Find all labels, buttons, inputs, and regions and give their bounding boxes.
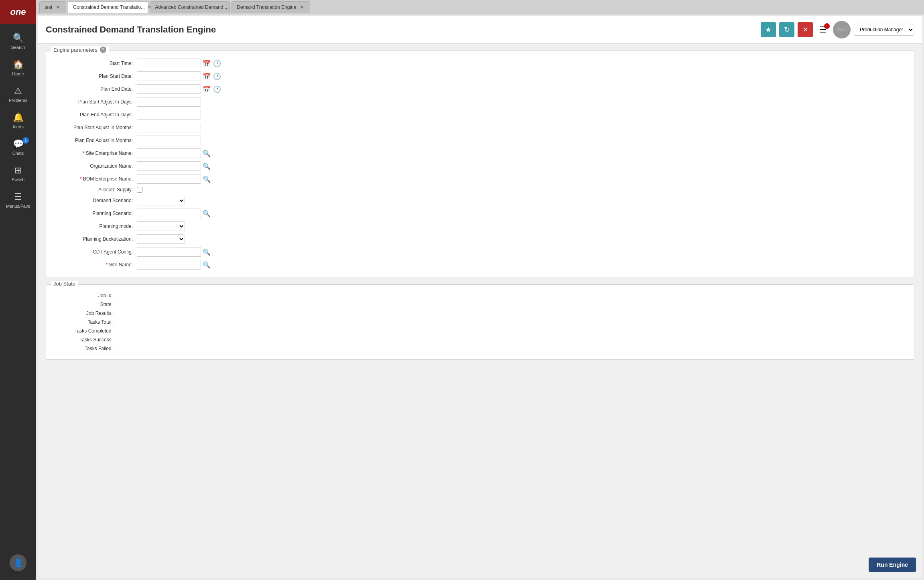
- sidebar-item-problems[interactable]: ⚠ Problems: [0, 81, 36, 107]
- user-avatar[interactable]: Prof: [833, 21, 851, 39]
- bom-enterprise-name-search-btn[interactable]: 🔍: [202, 175, 211, 183]
- content-area: Constrained Demand Translation Engine ★ …: [38, 16, 922, 578]
- menu-button[interactable]: ☰ 1: [816, 23, 830, 36]
- plan-end-adjust-months-row: Plan End Adjust In Months:: [53, 136, 908, 145]
- tab-test-close[interactable]: ✕: [55, 4, 61, 10]
- plan-start-adjust-months-input[interactable]: [137, 123, 201, 132]
- tab-demand-translation-close[interactable]: ✕: [299, 4, 305, 10]
- warning-icon: ⚠: [14, 86, 22, 96]
- sidebar-item-switch[interactable]: ⊞ Switch: [0, 160, 36, 187]
- plan-start-date-row: Plan Start Date: 📅 🕐: [53, 71, 908, 81]
- site-name-input[interactable]: [137, 260, 201, 270]
- bom-enterprise-name-label: BOM Enterprise Name:: [53, 176, 137, 182]
- sidebar-label-switch: Switch: [12, 177, 24, 182]
- tasks-success-label: Tasks Success:: [53, 337, 117, 343]
- site-enterprise-name-label: Site Enterprise Name:: [53, 150, 137, 156]
- role-selector[interactable]: Production Manager Planner Admin: [854, 24, 914, 36]
- plan-end-date-input[interactable]: [137, 84, 201, 94]
- planning-scenario-input[interactable]: [137, 209, 201, 218]
- plan-end-date-calendar-btn[interactable]: 📅: [202, 85, 211, 93]
- bom-enterprise-name-input[interactable]: [137, 174, 201, 184]
- planning-mode-select[interactable]: [137, 221, 185, 231]
- chat-icon: 💬: [13, 139, 24, 149]
- planning-bucketization-label: Planning Bucketization:: [53, 236, 137, 242]
- plan-end-adjust-days-input[interactable]: [137, 110, 201, 120]
- cdt-agent-config-label: CDT Agent Config:: [53, 249, 137, 255]
- cdt-agent-config-row: CDT Agent Config: 🔍: [53, 247, 908, 257]
- job-state-title: Job State: [53, 281, 75, 287]
- site-enterprise-name-row: Site Enterprise Name: 🔍: [53, 148, 908, 158]
- start-time-input[interactable]: [137, 59, 201, 68]
- plan-end-adjust-months-input[interactable]: [137, 136, 201, 145]
- sidebar-label-problems: Problems: [9, 98, 27, 103]
- job-id-row: Job Id:: [53, 293, 908, 298]
- tab-test[interactable]: test ✕: [39, 1, 66, 13]
- state-label: State:: [53, 302, 117, 307]
- plan-start-date-calendar-btn[interactable]: 📅: [202, 72, 211, 81]
- tab-constrained[interactable]: Constrained Demand Translatio... ✕: [68, 1, 148, 13]
- cdt-agent-config-input[interactable]: [137, 247, 201, 257]
- site-enterprise-name-input[interactable]: [137, 148, 201, 158]
- start-time-row: Start Time: 📅 🕐: [53, 59, 908, 68]
- plan-start-adjust-days-row: Plan Start Adjust In Days:: [53, 97, 908, 107]
- planning-scenario-search-btn[interactable]: 🔍: [202, 209, 211, 218]
- engine-parameters-legend: Engine parameters ?: [51, 47, 109, 53]
- cdt-agent-config-search-btn[interactable]: 🔍: [202, 248, 211, 256]
- favorite-button[interactable]: ★: [761, 22, 776, 37]
- allocate-supply-checkbox[interactable]: [137, 187, 142, 193]
- organization-name-input-group: 🔍: [137, 161, 211, 171]
- help-icon[interactable]: ?: [100, 47, 106, 53]
- plan-start-adjust-days-input[interactable]: [137, 97, 201, 107]
- engine-parameters-title: Engine parameters: [53, 47, 97, 53]
- organization-name-input[interactable]: [137, 161, 201, 171]
- organization-name-search-btn[interactable]: 🔍: [202, 162, 211, 170]
- demand-scenario-label: Demand Scenario:: [53, 198, 137, 203]
- planning-scenario-label: Planning Scenario:: [53, 211, 137, 216]
- site-name-search-btn[interactable]: 🔍: [202, 261, 211, 269]
- sidebar-item-search[interactable]: 🔍 Search: [0, 28, 36, 55]
- tab-constrained-close[interactable]: ✕: [147, 4, 152, 10]
- run-engine-button[interactable]: Run Engine: [869, 558, 916, 572]
- plan-end-date-clock-btn[interactable]: 🕐: [212, 85, 222, 93]
- avatar-label: Prof: [838, 27, 846, 32]
- planning-scenario-input-group: 🔍: [137, 209, 211, 218]
- close-page-button[interactable]: ✕: [798, 22, 813, 37]
- header-actions: ★ ↻ ✕ ☰ 1 Prof Production Manager Planne…: [761, 21, 914, 39]
- sidebar-bottom: 👤: [10, 550, 26, 580]
- start-time-calendar-btn[interactable]: 📅: [202, 59, 211, 68]
- menu-notification-dot: 1: [824, 23, 830, 29]
- engine-parameters-panel: Engine parameters ? Start Time: 📅 🕐 Plan…: [46, 50, 914, 278]
- job-results-row: Job Results:: [53, 310, 908, 316]
- plan-start-date-input-group: 📅 🕐: [137, 71, 222, 81]
- plan-end-adjust-days-row: Plan End Adjust In Days:: [53, 110, 908, 120]
- allocate-supply-row: Allocate Supply:: [53, 187, 908, 193]
- job-results-label: Job Results:: [53, 310, 117, 316]
- tab-advanced-label: Advanced Constrained Demand ...: [155, 4, 228, 10]
- planning-bucketization-select[interactable]: [137, 234, 185, 244]
- plan-start-date-input[interactable]: [137, 71, 201, 81]
- sidebar-item-alerts[interactable]: 🔔 Alerts: [0, 107, 36, 134]
- sidebar-label-search: Search: [11, 45, 25, 50]
- tab-demand-translation[interactable]: Demand Translation Engine ✕: [232, 1, 310, 13]
- plan-start-adjust-months-label: Plan Start Adjust In Months:: [53, 125, 137, 130]
- tasks-total-label: Tasks Total:: [53, 319, 117, 325]
- tasks-completed-row: Tasks Completed:: [53, 328, 908, 334]
- plan-end-adjust-days-label: Plan End Adjust In Days:: [53, 112, 137, 118]
- site-enterprise-name-search-btn[interactable]: 🔍: [202, 149, 211, 158]
- sidebar-item-home[interactable]: 🏠 Home: [0, 55, 36, 81]
- plan-start-date-clock-btn[interactable]: 🕐: [212, 72, 222, 81]
- demand-scenario-select[interactable]: [137, 196, 185, 205]
- tab-advanced[interactable]: Advanced Constrained Demand ... ✕: [150, 1, 230, 13]
- plan-start-adjust-months-row: Plan Start Adjust In Months:: [53, 123, 908, 132]
- sidebar-item-profile[interactable]: 👤: [10, 550, 26, 576]
- sidebar-item-menus[interactable]: ☰ Menus/Favs: [0, 187, 36, 213]
- logo-text: one: [10, 7, 26, 17]
- plan-end-date-label: Plan End Date:: [53, 86, 137, 92]
- app-logo[interactable]: one: [0, 0, 36, 24]
- start-time-clock-btn[interactable]: 🕐: [212, 59, 222, 68]
- sidebar-item-chats[interactable]: 1 💬 Chats: [0, 134, 36, 160]
- refresh-button[interactable]: ↻: [779, 22, 794, 37]
- page-body: Engine parameters ? Start Time: 📅 🕐 Plan…: [38, 44, 922, 578]
- tasks-completed-label: Tasks Completed:: [53, 328, 117, 334]
- search-icon: 🔍: [13, 33, 24, 43]
